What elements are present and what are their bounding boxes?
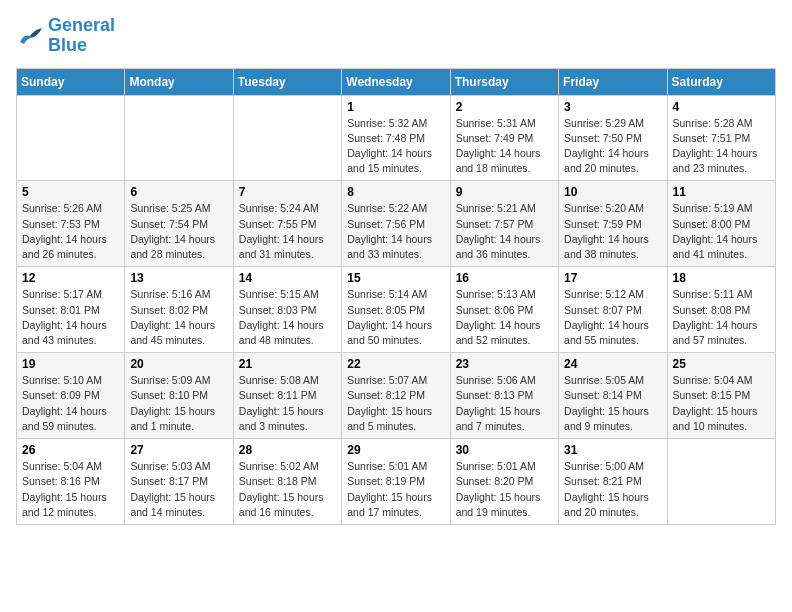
weekday-header-tuesday: Tuesday [233,68,341,95]
day-info: Sunrise: 5:12 AM Sunset: 8:07 PM Dayligh… [564,287,661,348]
calendar-day-cell: 19Sunrise: 5:10 AM Sunset: 8:09 PM Dayli… [17,353,125,439]
calendar-empty-cell [233,95,341,181]
calendar-empty-cell [17,95,125,181]
logo: General Blue [16,16,115,56]
calendar-day-cell: 27Sunrise: 5:03 AM Sunset: 8:17 PM Dayli… [125,439,233,525]
calendar-day-cell: 25Sunrise: 5:04 AM Sunset: 8:15 PM Dayli… [667,353,775,439]
day-info: Sunrise: 5:01 AM Sunset: 8:19 PM Dayligh… [347,459,444,520]
day-number: 11 [673,185,770,199]
calendar-table: SundayMondayTuesdayWednesdayThursdayFrid… [16,68,776,525]
day-info: Sunrise: 5:10 AM Sunset: 8:09 PM Dayligh… [22,373,119,434]
calendar-day-cell: 11Sunrise: 5:19 AM Sunset: 8:00 PM Dayli… [667,181,775,267]
day-info: Sunrise: 5:31 AM Sunset: 7:49 PM Dayligh… [456,116,553,177]
calendar-day-cell: 8Sunrise: 5:22 AM Sunset: 7:56 PM Daylig… [342,181,450,267]
calendar-day-cell: 15Sunrise: 5:14 AM Sunset: 8:05 PM Dayli… [342,267,450,353]
day-info: Sunrise: 5:00 AM Sunset: 8:21 PM Dayligh… [564,459,661,520]
day-info: Sunrise: 5:25 AM Sunset: 7:54 PM Dayligh… [130,201,227,262]
calendar-day-cell: 2Sunrise: 5:31 AM Sunset: 7:49 PM Daylig… [450,95,558,181]
calendar-day-cell: 28Sunrise: 5:02 AM Sunset: 8:18 PM Dayli… [233,439,341,525]
calendar-day-cell: 3Sunrise: 5:29 AM Sunset: 7:50 PM Daylig… [559,95,667,181]
day-number: 19 [22,357,119,371]
weekday-header-thursday: Thursday [450,68,558,95]
day-info: Sunrise: 5:32 AM Sunset: 7:48 PM Dayligh… [347,116,444,177]
day-number: 7 [239,185,336,199]
day-number: 17 [564,271,661,285]
calendar-week-row: 19Sunrise: 5:10 AM Sunset: 8:09 PM Dayli… [17,353,776,439]
day-number: 29 [347,443,444,457]
day-number: 2 [456,100,553,114]
day-number: 14 [239,271,336,285]
day-number: 13 [130,271,227,285]
calendar-day-cell: 26Sunrise: 5:04 AM Sunset: 8:16 PM Dayli… [17,439,125,525]
calendar-empty-cell [667,439,775,525]
day-info: Sunrise: 5:29 AM Sunset: 7:50 PM Dayligh… [564,116,661,177]
calendar-day-cell: 9Sunrise: 5:21 AM Sunset: 7:57 PM Daylig… [450,181,558,267]
calendar-day-cell: 6Sunrise: 5:25 AM Sunset: 7:54 PM Daylig… [125,181,233,267]
weekday-header-saturday: Saturday [667,68,775,95]
day-info: Sunrise: 5:04 AM Sunset: 8:15 PM Dayligh… [673,373,770,434]
calendar-week-row: 1Sunrise: 5:32 AM Sunset: 7:48 PM Daylig… [17,95,776,181]
day-info: Sunrise: 5:21 AM Sunset: 7:57 PM Dayligh… [456,201,553,262]
calendar-day-cell: 10Sunrise: 5:20 AM Sunset: 7:59 PM Dayli… [559,181,667,267]
day-info: Sunrise: 5:01 AM Sunset: 8:20 PM Dayligh… [456,459,553,520]
calendar-day-cell: 20Sunrise: 5:09 AM Sunset: 8:10 PM Dayli… [125,353,233,439]
weekday-header-monday: Monday [125,68,233,95]
day-info: Sunrise: 5:08 AM Sunset: 8:11 PM Dayligh… [239,373,336,434]
weekday-header-friday: Friday [559,68,667,95]
day-number: 30 [456,443,553,457]
day-number: 4 [673,100,770,114]
day-number: 9 [456,185,553,199]
calendar-week-row: 12Sunrise: 5:17 AM Sunset: 8:01 PM Dayli… [17,267,776,353]
day-number: 1 [347,100,444,114]
day-number: 28 [239,443,336,457]
calendar-day-cell: 24Sunrise: 5:05 AM Sunset: 8:14 PM Dayli… [559,353,667,439]
day-number: 10 [564,185,661,199]
day-info: Sunrise: 5:20 AM Sunset: 7:59 PM Dayligh… [564,201,661,262]
day-info: Sunrise: 5:09 AM Sunset: 8:10 PM Dayligh… [130,373,227,434]
day-info: Sunrise: 5:28 AM Sunset: 7:51 PM Dayligh… [673,116,770,177]
calendar-day-cell: 7Sunrise: 5:24 AM Sunset: 7:55 PM Daylig… [233,181,341,267]
day-info: Sunrise: 5:16 AM Sunset: 8:02 PM Dayligh… [130,287,227,348]
day-number: 15 [347,271,444,285]
day-info: Sunrise: 5:22 AM Sunset: 7:56 PM Dayligh… [347,201,444,262]
day-info: Sunrise: 5:19 AM Sunset: 8:00 PM Dayligh… [673,201,770,262]
calendar-day-cell: 31Sunrise: 5:00 AM Sunset: 8:21 PM Dayli… [559,439,667,525]
calendar-week-row: 5Sunrise: 5:26 AM Sunset: 7:53 PM Daylig… [17,181,776,267]
weekday-header-wednesday: Wednesday [342,68,450,95]
day-number: 25 [673,357,770,371]
day-number: 24 [564,357,661,371]
day-number: 6 [130,185,227,199]
day-info: Sunrise: 5:24 AM Sunset: 7:55 PM Dayligh… [239,201,336,262]
day-info: Sunrise: 5:13 AM Sunset: 8:06 PM Dayligh… [456,287,553,348]
day-info: Sunrise: 5:11 AM Sunset: 8:08 PM Dayligh… [673,287,770,348]
day-info: Sunrise: 5:03 AM Sunset: 8:17 PM Dayligh… [130,459,227,520]
calendar-day-cell: 5Sunrise: 5:26 AM Sunset: 7:53 PM Daylig… [17,181,125,267]
calendar-day-cell: 17Sunrise: 5:12 AM Sunset: 8:07 PM Dayli… [559,267,667,353]
day-info: Sunrise: 5:07 AM Sunset: 8:12 PM Dayligh… [347,373,444,434]
day-info: Sunrise: 5:26 AM Sunset: 7:53 PM Dayligh… [22,201,119,262]
day-number: 18 [673,271,770,285]
calendar-day-cell: 29Sunrise: 5:01 AM Sunset: 8:19 PM Dayli… [342,439,450,525]
page-header: General Blue [16,16,776,56]
day-number: 12 [22,271,119,285]
day-info: Sunrise: 5:17 AM Sunset: 8:01 PM Dayligh… [22,287,119,348]
day-number: 26 [22,443,119,457]
weekday-header-sunday: Sunday [17,68,125,95]
calendar-header-row: SundayMondayTuesdayWednesdayThursdayFrid… [17,68,776,95]
day-number: 27 [130,443,227,457]
day-number: 22 [347,357,444,371]
day-info: Sunrise: 5:04 AM Sunset: 8:16 PM Dayligh… [22,459,119,520]
calendar-empty-cell [125,95,233,181]
calendar-day-cell: 14Sunrise: 5:15 AM Sunset: 8:03 PM Dayli… [233,267,341,353]
calendar-week-row: 26Sunrise: 5:04 AM Sunset: 8:16 PM Dayli… [17,439,776,525]
day-number: 31 [564,443,661,457]
calendar-day-cell: 13Sunrise: 5:16 AM Sunset: 8:02 PM Dayli… [125,267,233,353]
day-info: Sunrise: 5:15 AM Sunset: 8:03 PM Dayligh… [239,287,336,348]
calendar-day-cell: 1Sunrise: 5:32 AM Sunset: 7:48 PM Daylig… [342,95,450,181]
calendar-day-cell: 18Sunrise: 5:11 AM Sunset: 8:08 PM Dayli… [667,267,775,353]
day-number: 16 [456,271,553,285]
calendar-day-cell: 23Sunrise: 5:06 AM Sunset: 8:13 PM Dayli… [450,353,558,439]
logo-text: General Blue [48,16,115,56]
day-info: Sunrise: 5:02 AM Sunset: 8:18 PM Dayligh… [239,459,336,520]
calendar-day-cell: 4Sunrise: 5:28 AM Sunset: 7:51 PM Daylig… [667,95,775,181]
